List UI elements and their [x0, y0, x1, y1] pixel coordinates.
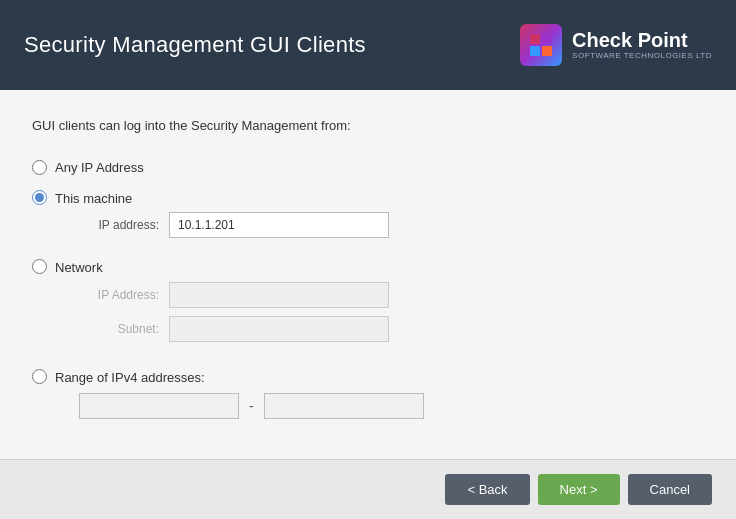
network-ip-row: IP Address: [79, 282, 389, 308]
next-button[interactable]: Next > [538, 474, 620, 505]
subnet-input[interactable] [169, 316, 389, 342]
ip-address-input[interactable] [169, 212, 389, 238]
back-button[interactable]: < Back [445, 474, 529, 505]
footer: < Back Next > Cancel [0, 459, 736, 519]
radio-network[interactable] [32, 259, 47, 274]
logo-icon [520, 24, 562, 66]
logo-text: Check Point SOFTWARE TECHNOLOGIES LTD [572, 29, 712, 61]
svg-rect-0 [530, 34, 540, 44]
label-network: Network [55, 260, 103, 275]
range-start-input[interactable] [79, 393, 239, 419]
option-this-machine: This machine IP address: [32, 183, 704, 252]
subnet-label: Subnet: [79, 322, 159, 336]
range-group: Range of IPv4 addresses: - [55, 368, 424, 419]
subnet-row: Subnet: [79, 316, 389, 342]
network-fields: IP Address: Subnet: [79, 282, 389, 342]
network-group: Network IP Address: Subnet: [55, 258, 389, 349]
content-area: GUI clients can log into the Security Ma… [0, 90, 736, 459]
page-title: Security Management GUI Clients [24, 32, 366, 58]
option-range: Range of IPv4 addresses: - [32, 362, 704, 425]
header: Security Management GUI Clients Check Po… [0, 0, 736, 90]
this-machine-group: This machine IP address: [55, 189, 389, 246]
radio-range[interactable] [32, 369, 47, 384]
ip-address-label: IP address: [79, 218, 159, 232]
checkpoint-logo-icon [528, 32, 554, 58]
range-end-input[interactable] [264, 393, 424, 419]
option-network: Network IP Address: Subnet: [32, 252, 704, 355]
svg-rect-3 [542, 46, 552, 56]
option-any-ip: Any IP Address [32, 153, 704, 183]
label-range: Range of IPv4 addresses: [55, 370, 205, 385]
logo-container: Check Point SOFTWARE TECHNOLOGIES LTD [520, 24, 712, 66]
network-ip-input[interactable] [169, 282, 389, 308]
range-inputs: - [79, 393, 424, 419]
range-dash: - [247, 398, 256, 414]
logo-subtitle: SOFTWARE TECHNOLOGIES LTD [572, 51, 712, 61]
cancel-button[interactable]: Cancel [628, 474, 712, 505]
main-window: Security Management GUI Clients Check Po… [0, 0, 736, 519]
network-ip-label: IP Address: [79, 288, 159, 302]
option-group: Any IP Address This machine IP address: [32, 153, 704, 425]
svg-rect-1 [542, 34, 552, 44]
radio-any-ip[interactable] [32, 160, 47, 175]
description-text: GUI clients can log into the Security Ma… [32, 118, 704, 133]
svg-rect-2 [530, 46, 540, 56]
radio-this-machine[interactable] [32, 190, 47, 205]
logo-name: Check Point [572, 29, 688, 51]
ip-address-row: IP address: [79, 212, 389, 238]
this-machine-fields: IP address: [79, 212, 389, 238]
label-this-machine: This machine [55, 191, 132, 206]
label-any-ip: Any IP Address [55, 159, 144, 177]
